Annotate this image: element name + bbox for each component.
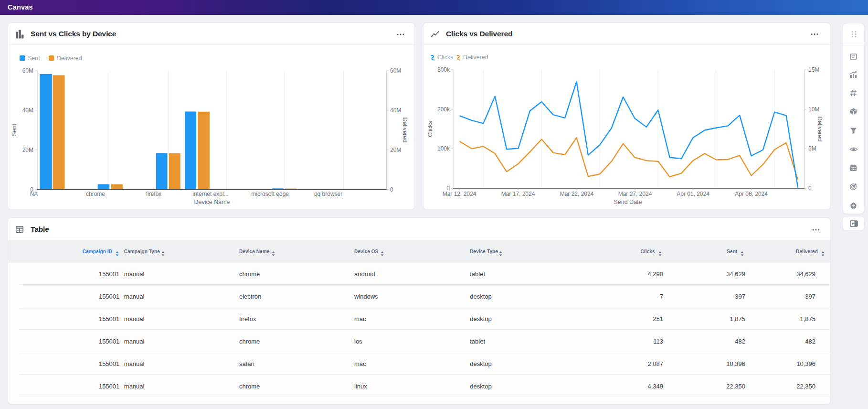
svg-text:60M: 60M	[390, 67, 401, 74]
svg-text:20M: 20M	[390, 147, 401, 153]
svg-text:qq browser: qq browser	[314, 191, 342, 197]
svg-text:Clicks: Clicks	[427, 121, 434, 137]
svg-text:40M: 40M	[390, 107, 401, 114]
svg-text:NA: NA	[30, 191, 38, 197]
svg-text:0: 0	[390, 186, 393, 193]
svg-text:Sent: Sent	[11, 124, 18, 136]
svg-text:15M: 15M	[808, 66, 819, 73]
svg-text:200k: 200k	[437, 106, 450, 113]
svg-text:Apr 01, 2024: Apr 01, 2024	[677, 191, 709, 197]
svg-text:60M: 60M	[22, 67, 33, 74]
svg-text:10M: 10M	[808, 106, 819, 113]
svg-text:internet expl...: internet expl...	[192, 191, 228, 197]
svg-text:Mar 12, 2024: Mar 12, 2024	[443, 191, 476, 197]
svg-text:Delivered: Delivered	[402, 118, 408, 143]
svg-text:chrome: chrome	[86, 191, 105, 197]
svg-text:Mar 17, 2024: Mar 17, 2024	[501, 191, 535, 197]
svg-text:Send Date: Send Date	[614, 199, 642, 205]
svg-text:firefox: firefox	[146, 191, 162, 197]
svg-text:0: 0	[808, 185, 812, 192]
svg-text:100k: 100k	[437, 145, 450, 152]
svg-text:Mar 27, 2024: Mar 27, 2024	[618, 191, 652, 197]
svg-text:5M: 5M	[808, 145, 816, 152]
svg-text:microsoft edge: microsoft edge	[251, 191, 289, 197]
svg-text:Apr 06, 2024: Apr 06, 2024	[735, 191, 768, 197]
svg-text:300k: 300k	[437, 66, 450, 73]
svg-text:40M: 40M	[22, 107, 33, 114]
svg-text:20M: 20M	[22, 147, 33, 153]
svg-text:Mar 22, 2024: Mar 22, 2024	[560, 191, 594, 197]
svg-text:Delivered: Delivered	[816, 117, 823, 142]
svg-text:Device Name: Device Name	[194, 199, 230, 205]
